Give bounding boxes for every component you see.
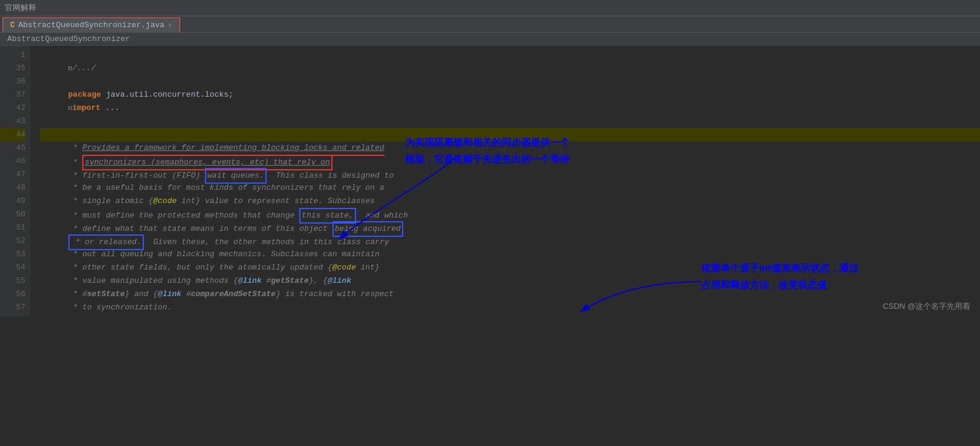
- code-line-48: * single atomic {@code int} value to rep…: [40, 181, 980, 195]
- code-line-56: * to synchronization.: [40, 288, 980, 301]
- code-line-44: * Provides a framework for implementing …: [40, 128, 980, 141]
- code-line-47: * be a useful basis for most kinds of sy…: [40, 168, 980, 181]
- close-icon[interactable]: ×: [168, 22, 172, 29]
- tab-icon: C: [10, 21, 15, 30]
- code-line-35: [40, 62, 980, 75]
- line-numbers: 1 35 36 37 42 43 44 45 46 47 48 49 50 51…: [0, 46, 30, 317]
- code-line-42: [40, 102, 980, 115]
- code-line-54: * value manipulated using methods {@link…: [40, 261, 980, 274]
- breadcrumb-text: AbstractQueuedSynchronizer: [7, 34, 130, 44]
- code-line-46: * first-in-first-out (FIFO) wait queues.…: [40, 155, 980, 168]
- code-line-36: package java.util.concurrent.locks;: [40, 75, 980, 88]
- file-tab[interactable]: C AbstractQueuedSynchronizer.java ×: [2, 18, 180, 32]
- code-line-37: ⊟import ...: [40, 88, 980, 102]
- code-line-53: * other state fields, but only the atomi…: [40, 248, 980, 261]
- code-line-57: *: [40, 301, 980, 314]
- code-line-55: * #setState} and {@link #compareAndSetSt…: [40, 274, 980, 288]
- code-line-49: * must define the protected methods that…: [40, 195, 980, 208]
- code-line-45: * synchronizers (semaphores, events, etc…: [40, 141, 980, 155]
- code-line-51: * or released. Given these, the other me…: [40, 221, 980, 234]
- code-line-52: * out all queuing and blocking mechanics…: [40, 234, 980, 248]
- top-bar: 官网解释: [0, 0, 980, 16]
- tab-filename: AbstractQueuedSynchronizer.java: [18, 21, 164, 30]
- code-area: ⊟/.../ package java.util.concurrent.lock…: [30, 46, 980, 317]
- code-line-50: * define what that state means in terms …: [40, 208, 980, 221]
- code-line-43: ⊟/**: [40, 115, 980, 128]
- top-bar-label: 官网解释: [5, 4, 36, 13]
- code-line-1: ⊟/.../: [40, 48, 980, 62]
- editor-area: 1 35 36 37 42 43 44 45 46 47 48 49 50 51…: [0, 46, 980, 317]
- breadcrumb: AbstractQueuedSynchronizer: [0, 33, 980, 46]
- tab-bar: C AbstractQueuedSynchronizer.java ×: [0, 16, 980, 33]
